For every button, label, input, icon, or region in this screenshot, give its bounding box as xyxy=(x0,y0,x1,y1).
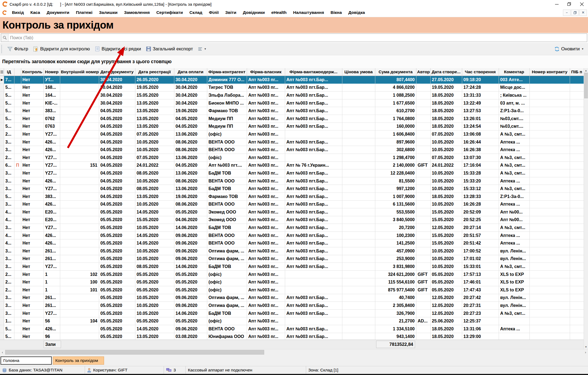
cell[interactable]: 10.05.2020 xyxy=(430,177,462,185)
cell[interactable]: Апт №003 пг... xyxy=(247,255,285,263)
cell[interactable]: Апт №003 пгт.Бар... xyxy=(285,263,342,271)
cell[interactable]: Апт №003 пг... xyxy=(247,302,285,310)
cell[interactable]: 3... xyxy=(4,169,14,177)
cell[interactable]: 04.05.2020 xyxy=(174,115,207,123)
cell[interactable] xyxy=(60,294,99,302)
table-row[interactable]: 2...Нет110105.05.202005.05.202005.05.202… xyxy=(0,286,584,294)
cell[interactable] xyxy=(60,208,99,216)
cell[interactable]: Апт №003 пгт.Бар... xyxy=(285,200,342,208)
cell[interactable]: Апт №003 пгт.Бар... xyxy=(285,115,342,123)
cell[interactable]: Нет xyxy=(21,185,44,193)
cell[interactable]: Апт №003 пг... xyxy=(247,247,285,255)
cell[interactable]: Нет xyxy=(21,278,44,286)
cell[interactable]: 3... xyxy=(4,185,14,193)
row-selector[interactable] xyxy=(0,99,4,107)
cell[interactable]: 10.05.2020 xyxy=(430,146,462,154)
cell[interactable]: 25.06.2020 xyxy=(430,317,462,325)
cell[interactable]: 14.05.2020 xyxy=(135,231,174,239)
cell[interactable]: 10.05.2020 xyxy=(135,200,174,208)
cell[interactable]: 07.05.2020 xyxy=(135,154,174,161)
cell[interactable] xyxy=(416,193,430,200)
cell[interactable]: Аптека ... xyxy=(499,177,529,185)
cell[interactable]: Апт №003 пг... xyxy=(247,294,285,302)
cell[interactable] xyxy=(14,263,21,271)
cell[interactable] xyxy=(529,123,570,130)
cell[interactable]: 20:27:31 xyxy=(462,302,499,310)
row-selector[interactable] xyxy=(0,154,4,161)
menu-item[interactable]: Платежі xyxy=(73,10,96,15)
cell[interactable]: 13.05.2020 xyxy=(135,107,174,115)
cell[interactable] xyxy=(342,255,375,263)
row-selector[interactable] xyxy=(0,302,4,310)
table-row[interactable]: 4...Нет426...05.05.202014.05.202009.06.2… xyxy=(0,231,584,239)
cell[interactable] xyxy=(14,239,21,247)
cell[interactable] xyxy=(416,200,430,208)
cell[interactable]: Нет xyxy=(21,169,44,177)
cell[interactable] xyxy=(285,286,342,294)
cell[interactable]: 10.05.2020 xyxy=(430,138,462,146)
cell[interactable]: 08.06.2020 xyxy=(174,146,207,154)
cell[interactable]: 07.05.2020 xyxy=(135,130,174,138)
cell[interactable] xyxy=(342,146,375,154)
cell[interactable]: 05.05.2020 xyxy=(99,286,135,294)
cell[interactable]: 21,2700 xyxy=(375,317,416,325)
tab-active[interactable]: Контроль за прихідом xyxy=(53,356,104,365)
cell[interactable]: 102 xyxy=(60,270,99,278)
cell[interactable]: 10.05.2020 xyxy=(135,247,174,255)
cell[interactable]: 10.05.2020 xyxy=(430,200,462,208)
cell[interactable]: 19.05.2020 xyxy=(135,84,174,92)
cell[interactable]: вул. Ленін... xyxy=(499,255,529,263)
cell[interactable]: 141,2500 xyxy=(375,239,416,247)
cell[interactable]: 04.05.2020 xyxy=(99,177,135,185)
cell[interactable]: 101 xyxy=(60,286,99,294)
cell[interactable]: Апт №003 пгт.Бар... xyxy=(285,325,342,333)
cell[interactable] xyxy=(570,84,584,92)
cell[interactable]: 19.05.2020 xyxy=(430,84,462,92)
cell[interactable]: 4... xyxy=(4,231,14,239)
cell[interactable] xyxy=(416,138,430,146)
cell[interactable]: Апт №003 пгт.Бар... xyxy=(285,239,342,247)
cell[interactable] xyxy=(529,255,570,263)
cell[interactable] xyxy=(570,208,584,216)
cell[interactable] xyxy=(60,185,99,193)
table-row[interactable]: 3...НетYZ7...04.05.202008.05.202013.06.2… xyxy=(0,185,584,193)
cell[interactable]: YZ7... xyxy=(44,154,60,161)
cell[interactable]: 13:28:33 xyxy=(462,193,499,200)
cell[interactable] xyxy=(14,278,21,286)
cell[interactable]: 20:51:57 xyxy=(462,231,499,239)
cell[interactable]: 261... xyxy=(44,294,60,302)
cell[interactable] xyxy=(60,216,99,224)
cell[interactable] xyxy=(416,99,430,107)
cell[interactable]: Апт №003 пгт.... xyxy=(207,161,247,169)
cell[interactable] xyxy=(570,216,584,224)
column-header[interactable]: Час створення xyxy=(462,68,499,76)
cell[interactable]: Апт №003 пг... xyxy=(247,138,285,146)
search-input[interactable] xyxy=(8,35,587,40)
cell[interactable] xyxy=(342,193,375,200)
table-row[interactable]: 2...Нет110005.05.202005.05.202005.05.202… xyxy=(0,278,584,286)
cell[interactable] xyxy=(14,193,21,200)
cell[interactable] xyxy=(60,177,99,185)
cell[interactable]: 24.01.2022 xyxy=(135,161,174,169)
cell[interactable]: 2... xyxy=(4,286,14,294)
cell[interactable]: XLS to EXP xyxy=(499,286,529,294)
cell[interactable] xyxy=(416,325,430,333)
cell[interactable] xyxy=(342,107,375,115)
cell[interactable]: YZ7... xyxy=(44,130,60,138)
cell[interactable] xyxy=(342,302,375,310)
cell[interactable]: (офіс) xyxy=(207,130,247,138)
cell[interactable]: 151 xyxy=(60,161,99,169)
row-selector[interactable] xyxy=(0,224,4,232)
column-header[interactable]: Коментар xyxy=(499,68,529,76)
cell[interactable]: 30.04.2020 xyxy=(174,99,207,107)
cell[interactable]: 4... xyxy=(4,239,14,247)
cell[interactable] xyxy=(60,224,99,232)
column-header[interactable]: Дата створе... xyxy=(430,68,462,76)
row-selector[interactable] xyxy=(0,263,4,271)
cell[interactable]: 3... xyxy=(4,200,14,208)
cell[interactable]: 15:33:20 xyxy=(462,177,499,185)
table-row[interactable]: 3...НетYZ7...04.05.202008.05.202013.06.2… xyxy=(0,169,584,177)
cell[interactable]: 17:47:43 xyxy=(462,286,499,294)
cell[interactable]: Медиум ПП xyxy=(207,123,247,130)
row-selector[interactable] xyxy=(0,239,4,247)
